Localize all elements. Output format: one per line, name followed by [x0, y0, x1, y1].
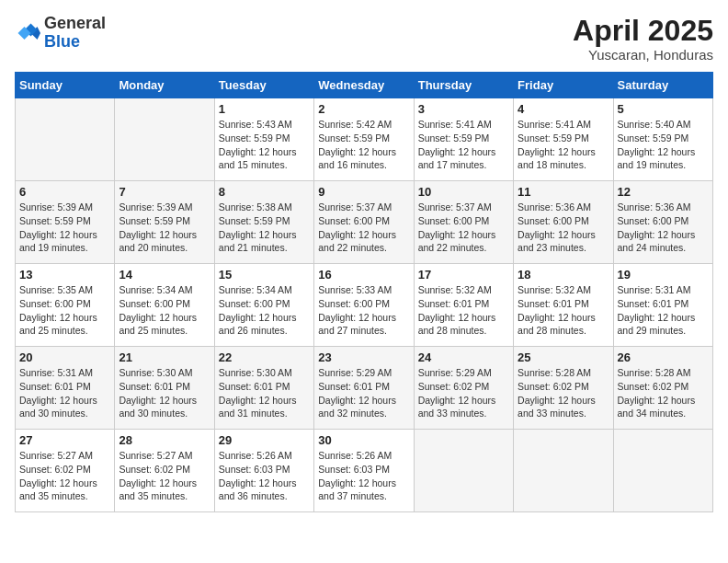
day-number: 17	[418, 268, 509, 282]
day-info: Sunrise: 5:41 AMSunset: 5:59 PMDaylight:…	[518, 118, 609, 172]
calendar-cell: 18Sunrise: 5:32 AMSunset: 6:01 PMDayligh…	[514, 264, 613, 347]
day-number: 19	[618, 268, 709, 282]
day-number: 25	[518, 350, 609, 364]
day-info: Sunrise: 5:29 AMSunset: 6:01 PMDaylight:…	[318, 366, 409, 420]
calendar-cell: 17Sunrise: 5:32 AMSunset: 6:01 PMDayligh…	[414, 264, 513, 347]
calendar-cell: 24Sunrise: 5:29 AMSunset: 6:02 PMDayligh…	[414, 347, 513, 430]
logo-icon	[15, 20, 40, 46]
calendar-table: SundayMondayTuesdayWednesdayThursdayFrid…	[15, 72, 713, 512]
calendar-cell: 5Sunrise: 5:40 AMSunset: 5:59 PMDaylight…	[613, 98, 712, 181]
calendar-cell: 11Sunrise: 5:36 AMSunset: 6:00 PMDayligh…	[514, 181, 613, 264]
day-number: 11	[518, 185, 609, 199]
day-info: Sunrise: 5:36 AMSunset: 6:00 PMDaylight:…	[618, 201, 709, 255]
day-info: Sunrise: 5:28 AMSunset: 6:02 PMDaylight:…	[618, 366, 709, 420]
day-number: 26	[618, 350, 709, 364]
location-subtitle: Yuscaran, Honduras	[573, 47, 713, 63]
day-number: 3	[418, 102, 509, 116]
calendar-cell: 16Sunrise: 5:33 AMSunset: 6:00 PMDayligh…	[314, 264, 414, 347]
calendar-cell: 1Sunrise: 5:43 AMSunset: 5:59 PMDaylight…	[214, 98, 313, 181]
calendar-cell: 25Sunrise: 5:28 AMSunset: 6:02 PMDayligh…	[514, 347, 613, 430]
day-number: 14	[119, 268, 210, 282]
day-number: 6	[19, 185, 110, 199]
calendar-cell	[414, 430, 513, 512]
day-number: 20	[19, 350, 110, 364]
title-block: April 2025 Yuscaran, Honduras	[573, 15, 713, 63]
calendar-cell: 12Sunrise: 5:36 AMSunset: 6:00 PMDayligh…	[613, 181, 712, 264]
calendar-cell: 2Sunrise: 5:42 AMSunset: 5:59 PMDaylight…	[314, 98, 414, 181]
header-day-thursday: Thursday	[414, 73, 513, 98]
day-number: 4	[518, 102, 609, 116]
calendar-week-row: 6Sunrise: 5:39 AMSunset: 5:59 PMDaylight…	[16, 181, 713, 264]
day-number: 8	[219, 185, 310, 199]
day-number: 23	[318, 350, 409, 364]
day-info: Sunrise: 5:39 AMSunset: 5:59 PMDaylight:…	[119, 201, 210, 255]
day-number: 5	[618, 102, 709, 116]
calendar-cell: 4Sunrise: 5:41 AMSunset: 5:59 PMDaylight…	[514, 98, 613, 181]
calendar-cell: 7Sunrise: 5:39 AMSunset: 5:59 PMDaylight…	[115, 181, 214, 264]
calendar-cell: 8Sunrise: 5:38 AMSunset: 5:59 PMDaylight…	[214, 181, 313, 264]
logo-general: General	[44, 14, 106, 32]
calendar-week-row: 13Sunrise: 5:35 AMSunset: 6:00 PMDayligh…	[16, 264, 713, 347]
day-info: Sunrise: 5:37 AMSunset: 6:00 PMDaylight:…	[318, 201, 409, 255]
day-info: Sunrise: 5:38 AMSunset: 5:59 PMDaylight:…	[219, 201, 310, 255]
calendar-cell: 27Sunrise: 5:27 AMSunset: 6:02 PMDayligh…	[16, 430, 115, 512]
day-number: 2	[318, 102, 409, 116]
day-number: 15	[219, 268, 310, 282]
page-header: General Blue April 2025 Yuscaran, Hondur…	[15, 15, 713, 63]
day-info: Sunrise: 5:35 AMSunset: 6:00 PMDaylight:…	[19, 283, 110, 338]
calendar-cell	[613, 430, 712, 512]
day-info: Sunrise: 5:32 AMSunset: 6:01 PMDaylight:…	[418, 283, 509, 338]
calendar-cell	[115, 98, 214, 181]
day-info: Sunrise: 5:33 AMSunset: 6:00 PMDaylight:…	[318, 283, 409, 338]
calendar-cell: 21Sunrise: 5:30 AMSunset: 6:01 PMDayligh…	[115, 347, 214, 430]
day-number: 18	[518, 268, 609, 282]
logo-blue: Blue	[44, 32, 80, 51]
calendar-cell: 10Sunrise: 5:37 AMSunset: 6:00 PMDayligh…	[414, 181, 513, 264]
header-day-wednesday: Wednesday	[314, 73, 414, 98]
day-number: 27	[19, 433, 110, 447]
calendar-week-row: 1Sunrise: 5:43 AMSunset: 5:59 PMDaylight…	[16, 98, 713, 181]
day-number: 9	[318, 185, 409, 199]
calendar-cell: 14Sunrise: 5:34 AMSunset: 6:00 PMDayligh…	[115, 264, 214, 347]
header-day-friday: Friday	[514, 73, 613, 98]
calendar-cell: 28Sunrise: 5:27 AMSunset: 6:02 PMDayligh…	[115, 430, 214, 512]
day-info: Sunrise: 5:39 AMSunset: 5:59 PMDaylight:…	[19, 201, 110, 255]
calendar-cell: 22Sunrise: 5:30 AMSunset: 6:01 PMDayligh…	[214, 347, 313, 430]
day-info: Sunrise: 5:31 AMSunset: 6:01 PMDaylight:…	[618, 283, 709, 338]
day-info: Sunrise: 5:31 AMSunset: 6:01 PMDaylight:…	[19, 366, 110, 420]
day-info: Sunrise: 5:26 AMSunset: 6:03 PMDaylight:…	[219, 449, 310, 503]
day-number: 30	[318, 433, 409, 447]
day-number: 13	[19, 268, 110, 282]
calendar-cell: 15Sunrise: 5:34 AMSunset: 6:00 PMDayligh…	[214, 264, 313, 347]
day-number: 21	[119, 350, 210, 364]
day-info: Sunrise: 5:42 AMSunset: 5:59 PMDaylight:…	[318, 118, 409, 172]
calendar-cell: 30Sunrise: 5:26 AMSunset: 6:03 PMDayligh…	[314, 430, 414, 512]
day-info: Sunrise: 5:41 AMSunset: 5:59 PMDaylight:…	[418, 118, 509, 172]
day-number: 24	[418, 350, 509, 364]
calendar-week-row: 27Sunrise: 5:27 AMSunset: 6:02 PMDayligh…	[16, 430, 713, 512]
day-info: Sunrise: 5:43 AMSunset: 5:59 PMDaylight:…	[219, 118, 310, 172]
day-number: 7	[119, 185, 210, 199]
header-day-tuesday: Tuesday	[214, 73, 313, 98]
day-info: Sunrise: 5:37 AMSunset: 6:00 PMDaylight:…	[418, 201, 509, 255]
day-number: 28	[119, 433, 210, 447]
day-number: 16	[318, 268, 409, 282]
day-info: Sunrise: 5:36 AMSunset: 6:00 PMDaylight:…	[518, 201, 609, 255]
calendar-header-row: SundayMondayTuesdayWednesdayThursdayFrid…	[16, 73, 713, 98]
day-info: Sunrise: 5:32 AMSunset: 6:01 PMDaylight:…	[518, 283, 609, 338]
header-day-saturday: Saturday	[613, 73, 712, 98]
day-info: Sunrise: 5:27 AMSunset: 6:02 PMDaylight:…	[119, 449, 210, 503]
day-info: Sunrise: 5:40 AMSunset: 5:59 PMDaylight:…	[618, 118, 709, 172]
calendar-cell: 9Sunrise: 5:37 AMSunset: 6:00 PMDaylight…	[314, 181, 414, 264]
day-info: Sunrise: 5:30 AMSunset: 6:01 PMDaylight:…	[119, 366, 210, 420]
calendar-cell: 20Sunrise: 5:31 AMSunset: 6:01 PMDayligh…	[16, 347, 115, 430]
logo-text: General Blue	[44, 15, 106, 52]
day-info: Sunrise: 5:26 AMSunset: 6:03 PMDaylight:…	[318, 449, 409, 503]
day-number: 10	[418, 185, 509, 199]
day-info: Sunrise: 5:34 AMSunset: 6:00 PMDaylight:…	[119, 283, 210, 338]
calendar-cell	[16, 98, 115, 181]
calendar-cell: 26Sunrise: 5:28 AMSunset: 6:02 PMDayligh…	[613, 347, 712, 430]
calendar-cell: 23Sunrise: 5:29 AMSunset: 6:01 PMDayligh…	[314, 347, 414, 430]
month-title: April 2025	[573, 15, 713, 47]
day-number: 22	[219, 350, 310, 364]
